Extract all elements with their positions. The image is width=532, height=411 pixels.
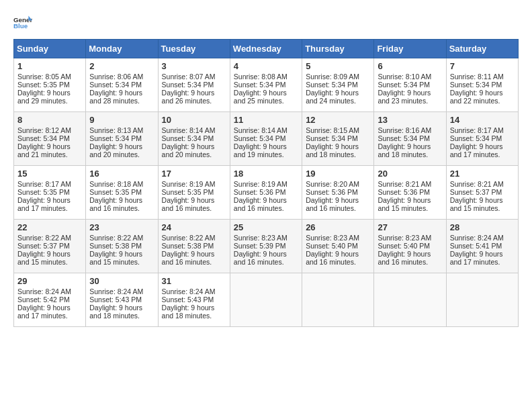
sunrise-label: Sunrise: 8:22 AM bbox=[17, 234, 71, 242]
calendar-cell bbox=[302, 273, 374, 327]
day-number: 24 bbox=[162, 222, 226, 232]
calendar-cell: 11 Sunrise: 8:14 AM Sunset: 5:34 PM Dayl… bbox=[230, 112, 302, 166]
sunrise-label: Sunrise: 8:05 AM bbox=[17, 73, 71, 81]
sunrise-label: Sunrise: 8:24 AM bbox=[450, 234, 504, 242]
sunset-label: Sunset: 5:34 PM bbox=[89, 81, 142, 89]
sunrise-label: Sunrise: 8:19 AM bbox=[162, 180, 216, 188]
daylight-label: Daylight: 9 hours and 15 minutes. bbox=[17, 250, 71, 266]
calendar-cell: 6 Sunrise: 8:10 AM Sunset: 5:34 PM Dayli… bbox=[374, 58, 446, 112]
day-number: 31 bbox=[162, 276, 226, 286]
sunrise-label: Sunrise: 8:19 AM bbox=[234, 180, 287, 188]
calendar-cell: 18 Sunrise: 8:19 AM Sunset: 5:36 PM Dayl… bbox=[230, 166, 302, 220]
sunset-label: Sunset: 5:34 PM bbox=[89, 134, 142, 142]
sunrise-label: Sunrise: 8:06 AM bbox=[89, 73, 143, 81]
day-number: 12 bbox=[306, 115, 370, 125]
sunset-label: Sunset: 5:35 PM bbox=[162, 188, 214, 196]
calendar-cell: 10 Sunrise: 8:14 AM Sunset: 5:34 PM Dayl… bbox=[158, 112, 230, 166]
calendar-week-row: 29 Sunrise: 8:24 AM Sunset: 5:42 PM Dayl… bbox=[14, 273, 519, 327]
calendar-week-row: 22 Sunrise: 8:22 AM Sunset: 5:37 PM Dayl… bbox=[14, 220, 519, 273]
calendar-cell: 30 Sunrise: 8:24 AM Sunset: 5:43 PM Dayl… bbox=[86, 273, 158, 327]
daylight-label: Daylight: 9 hours and 16 minutes. bbox=[378, 250, 431, 266]
calendar-cell: 4 Sunrise: 8:08 AM Sunset: 5:34 PM Dayli… bbox=[230, 58, 302, 112]
calendar-cell: 16 Sunrise: 8:18 AM Sunset: 5:35 PM Dayl… bbox=[86, 166, 158, 220]
day-number: 18 bbox=[234, 169, 298, 179]
day-number: 13 bbox=[378, 115, 442, 125]
day-number: 8 bbox=[17, 115, 82, 125]
daylight-label: Daylight: 9 hours and 18 minutes. bbox=[378, 142, 431, 158]
calendar-cell: 21 Sunrise: 8:21 AM Sunset: 5:37 PM Dayl… bbox=[446, 166, 518, 220]
day-number: 16 bbox=[89, 169, 154, 179]
sunrise-label: Sunrise: 8:24 AM bbox=[162, 287, 216, 295]
sunset-label: Sunset: 5:37 PM bbox=[17, 242, 70, 250]
day-number: 2 bbox=[89, 61, 154, 71]
sunset-label: Sunset: 5:34 PM bbox=[162, 81, 214, 89]
daylight-label: Daylight: 9 hours and 16 minutes. bbox=[234, 196, 287, 212]
daylight-label: Daylight: 9 hours and 26 minutes. bbox=[162, 89, 215, 105]
calendar-cell: 12 Sunrise: 8:15 AM Sunset: 5:34 PM Dayl… bbox=[302, 112, 374, 166]
sunset-label: Sunset: 5:43 PM bbox=[89, 295, 142, 304]
sunset-label: Sunset: 5:37 PM bbox=[450, 188, 502, 196]
sunset-label: Sunset: 5:36 PM bbox=[234, 188, 286, 196]
logo-icon: General Blue bbox=[13, 13, 32, 32]
sunrise-label: Sunrise: 8:17 AM bbox=[17, 180, 71, 188]
calendar-cell: 31 Sunrise: 8:24 AM Sunset: 5:43 PM Dayl… bbox=[158, 273, 230, 327]
calendar-cell: 27 Sunrise: 8:23 AM Sunset: 5:40 PM Dayl… bbox=[374, 220, 446, 273]
calendar-cell bbox=[374, 273, 446, 327]
sunset-label: Sunset: 5:43 PM bbox=[162, 295, 214, 304]
daylight-label: Daylight: 9 hours and 17 minutes. bbox=[17, 196, 71, 212]
calendar-cell: 28 Sunrise: 8:24 AM Sunset: 5:41 PM Dayl… bbox=[446, 220, 518, 273]
calendar-cell: 29 Sunrise: 8:24 AM Sunset: 5:42 PM Dayl… bbox=[14, 273, 86, 327]
day-number: 23 bbox=[89, 222, 154, 232]
daylight-label: Daylight: 9 hours and 16 minutes. bbox=[162, 196, 215, 212]
logo: General Blue bbox=[13, 13, 35, 32]
sunrise-label: Sunrise: 8:15 AM bbox=[306, 126, 359, 134]
sunrise-label: Sunrise: 8:14 AM bbox=[162, 126, 216, 134]
sunrise-label: Sunrise: 8:16 AM bbox=[378, 126, 431, 134]
daylight-label: Daylight: 9 hours and 20 minutes. bbox=[89, 142, 142, 158]
day-number: 1 bbox=[17, 61, 82, 71]
sunset-label: Sunset: 5:35 PM bbox=[17, 188, 70, 196]
calendar-cell: 20 Sunrise: 8:21 AM Sunset: 5:36 PM Dayl… bbox=[374, 166, 446, 220]
calendar-cell: 9 Sunrise: 8:13 AM Sunset: 5:34 PM Dayli… bbox=[86, 112, 158, 166]
day-number: 25 bbox=[234, 222, 298, 232]
sunrise-label: Sunrise: 8:24 AM bbox=[17, 287, 71, 295]
daylight-label: Daylight: 9 hours and 15 minutes. bbox=[89, 250, 142, 266]
sunrise-label: Sunrise: 8:08 AM bbox=[234, 73, 287, 81]
sunset-label: Sunset: 5:34 PM bbox=[378, 81, 430, 89]
sunset-label: Sunset: 5:39 PM bbox=[234, 242, 286, 250]
day-number: 7 bbox=[450, 61, 515, 71]
sunset-label: Sunset: 5:34 PM bbox=[306, 134, 358, 142]
day-number: 28 bbox=[450, 222, 515, 232]
sunset-label: Sunset: 5:34 PM bbox=[162, 134, 214, 142]
day-number: 17 bbox=[162, 169, 226, 179]
day-number: 9 bbox=[89, 115, 154, 125]
header-saturday: Saturday bbox=[446, 40, 518, 58]
sunset-label: Sunset: 5:41 PM bbox=[450, 242, 502, 250]
calendar-week-row: 8 Sunrise: 8:12 AM Sunset: 5:34 PM Dayli… bbox=[14, 112, 519, 166]
sunrise-label: Sunrise: 8:21 AM bbox=[450, 180, 504, 188]
calendar-cell: 5 Sunrise: 8:09 AM Sunset: 5:34 PM Dayli… bbox=[302, 58, 374, 112]
calendar-table: Sunday Monday Tuesday Wednesday Thursday… bbox=[13, 39, 519, 327]
sunrise-label: Sunrise: 8:24 AM bbox=[89, 287, 143, 295]
daylight-label: Daylight: 9 hours and 16 minutes. bbox=[162, 250, 215, 266]
header-monday: Monday bbox=[86, 40, 158, 58]
calendar-cell: 17 Sunrise: 8:19 AM Sunset: 5:35 PM Dayl… bbox=[158, 166, 230, 220]
sunset-label: Sunset: 5:40 PM bbox=[378, 242, 430, 250]
sunset-label: Sunset: 5:34 PM bbox=[234, 134, 286, 142]
daylight-label: Daylight: 9 hours and 22 minutes. bbox=[450, 89, 503, 105]
daylight-label: Daylight: 9 hours and 16 minutes. bbox=[89, 196, 142, 212]
sunset-label: Sunset: 5:35 PM bbox=[89, 188, 142, 196]
daylight-label: Daylight: 9 hours and 17 minutes. bbox=[450, 250, 503, 266]
sunset-label: Sunset: 5:38 PM bbox=[89, 242, 142, 250]
sunset-label: Sunset: 5:40 PM bbox=[306, 242, 358, 250]
sunrise-label: Sunrise: 8:12 AM bbox=[17, 126, 71, 134]
sunset-label: Sunset: 5:38 PM bbox=[162, 242, 214, 250]
calendar-cell: 1 Sunrise: 8:05 AM Sunset: 5:35 PM Dayli… bbox=[14, 58, 86, 112]
calendar-cell: 15 Sunrise: 8:17 AM Sunset: 5:35 PM Dayl… bbox=[14, 166, 86, 220]
daylight-label: Daylight: 9 hours and 21 minutes. bbox=[17, 142, 71, 158]
daylight-label: Daylight: 9 hours and 25 minutes. bbox=[234, 89, 287, 105]
calendar-cell: 22 Sunrise: 8:22 AM Sunset: 5:37 PM Dayl… bbox=[14, 220, 86, 273]
sunrise-label: Sunrise: 8:11 AM bbox=[450, 73, 504, 81]
daylight-label: Daylight: 9 hours and 18 minutes. bbox=[162, 304, 215, 320]
header: General Blue bbox=[13, 13, 519, 32]
